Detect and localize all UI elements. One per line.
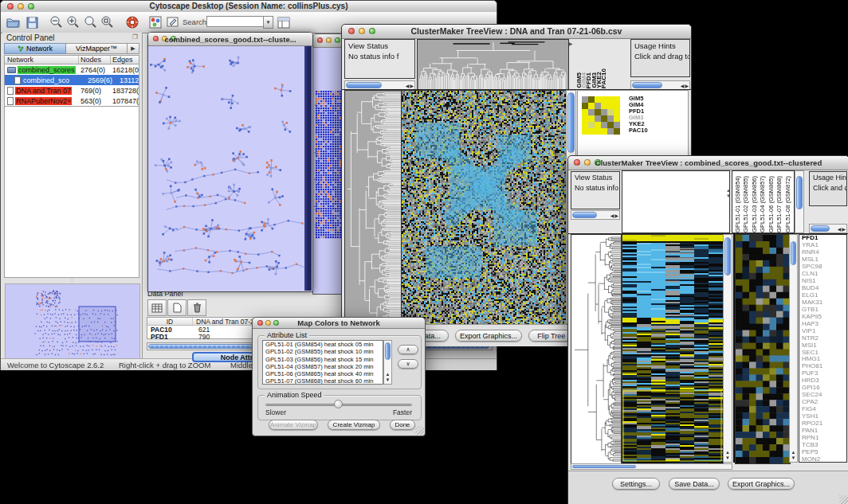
summary-cell[interactable] — [595, 122, 601, 128]
vscroll-thumb[interactable] — [724, 237, 731, 275]
search-input[interactable] — [206, 16, 264, 27]
gene-label[interactable]: MON2 — [799, 456, 846, 463]
vscroll-thumb[interactable] — [796, 176, 803, 209]
tv1-heatmap[interactable] — [401, 90, 567, 326]
summary-cell[interactable] — [614, 115, 620, 122]
animation-slider-thumb[interactable] — [334, 400, 343, 408]
gene-column-label[interactable]: PAC10 — [602, 68, 607, 88]
summary-cell[interactable] — [607, 96, 614, 103]
summary-cell[interactable] — [607, 115, 614, 122]
tv1-top-dendrogram[interactable] — [417, 39, 569, 90]
vizmapper-icon[interactable] — [147, 14, 163, 30]
summary-cell[interactable] — [588, 96, 595, 103]
attribute-item[interactable]: GPL51-01 (GSM854) heat shock 05 min — [263, 341, 383, 348]
create-vizmap-button[interactable]: Create Vizmap — [328, 420, 380, 430]
gene-row-label[interactable]: PAC10 — [629, 127, 648, 134]
vscroll-arrows[interactable]: ▲▼ — [790, 450, 797, 461]
hscroll-arrows[interactable]: ◀▶ — [610, 211, 618, 219]
summary-cell[interactable] — [595, 115, 601, 122]
tab-network[interactable]: Network — [4, 43, 66, 54]
tab-overflow-arrow[interactable]: ▶ — [128, 43, 139, 54]
tv2-label-arrows-icon[interactable]: ▲▼ — [726, 188, 731, 199]
hscroll-thumb[interactable] — [572, 212, 597, 218]
birdseye-view[interactable] — [5, 283, 140, 359]
zoom-in-icon[interactable] — [65, 14, 81, 30]
summary-cell[interactable] — [614, 109, 620, 115]
hscroll-thumb[interactable] — [346, 82, 382, 88]
summary-cell[interactable] — [607, 103, 614, 109]
table-view-icon[interactable] — [147, 299, 167, 316]
summary-cell[interactable] — [607, 109, 614, 115]
panel-divider-handle[interactable]: ⋮ — [4, 278, 139, 283]
summary-cell[interactable] — [614, 103, 620, 109]
network-canvas[interactable] — [149, 46, 304, 291]
summary-cell[interactable] — [582, 109, 588, 115]
tv2-left-dendrogram[interactable] — [571, 234, 622, 464]
summary-cell[interactable] — [614, 96, 620, 103]
network-row[interactable]: combined_sco2569(6)13112(15) — [5, 75, 139, 85]
summary-cell[interactable] — [582, 103, 588, 109]
array-column-label[interactable]: GPL51-06 (GSM865) — [768, 176, 776, 232]
attribute-item[interactable]: GPL51-03 (GSM856) heat shock 15 min — [263, 356, 383, 363]
tv2-status-hscrollbar[interactable]: ◀▶ — [571, 210, 620, 220]
hscroll-thumb[interactable] — [632, 82, 662, 88]
summary-cell[interactable] — [595, 128, 601, 135]
save-icon[interactable] — [24, 14, 40, 30]
summary-cell[interactable] — [582, 96, 588, 103]
animate-vizmap-button[interactable]: Animate Vizmap — [269, 420, 318, 430]
tv2-hints-hscrollbar[interactable]: ◀▶ — [809, 224, 847, 233]
network-list[interactable]: combined_scores2764(0)16218(0)combined_s… — [4, 64, 139, 107]
resize-grip[interactable] — [839, 495, 848, 504]
network-row[interactable]: DNA and Tran 07769(0)183728(0) — [5, 85, 139, 96]
float-panel-icon[interactable]: ❐ — [132, 33, 138, 41]
settings-button[interactable]: Settings... — [612, 478, 660, 490]
array-column-label[interactable]: GPL51-04 (GSM857) — [759, 176, 768, 232]
grid-network-canvas[interactable] — [314, 48, 343, 293]
tv1-summary-heatmap[interactable] — [582, 96, 620, 135]
summary-cell[interactable] — [601, 96, 607, 103]
table-icon[interactable] — [276, 14, 292, 30]
vscroll-thumb[interactable] — [385, 342, 391, 360]
array-column-label[interactable]: GPL51-01 (GSM854) — [734, 176, 743, 232]
minimize-button[interactable] — [326, 37, 332, 43]
tv1-column-labels[interactable]: GIM5GIM4PFD1GIM3YKE2PAC10 — [577, 39, 610, 88]
attribute-item[interactable]: GPL51-04 (GSM857) heat shock 20 min — [263, 363, 383, 370]
trash-icon[interactable] — [187, 299, 206, 316]
move-up-button[interactable]: ∧ — [398, 345, 418, 354]
summary-cell[interactable] — [588, 115, 595, 122]
vscroll-thumb[interactable] — [567, 92, 575, 153]
summary-cell[interactable] — [595, 103, 601, 109]
close-button[interactable] — [317, 37, 323, 43]
help-lifering-icon[interactable] — [124, 14, 140, 30]
tv2-top-dendrogram-area[interactable] — [622, 170, 730, 233]
summary-cell[interactable] — [582, 128, 588, 135]
tv1-row-labels[interactable]: GIM5GIM4PFD1GIM3YKE2PAC10 — [629, 96, 648, 134]
summary-cell[interactable] — [588, 122, 595, 128]
summary-cell[interactable] — [601, 122, 607, 128]
new-document-icon[interactable] — [167, 299, 186, 316]
tv2-gene-list[interactable]: PFD1YRA1RNR4MSL1SPC98CLN1NIS1BUD4ELG1MAK… — [799, 234, 847, 463]
vscroll-arrows[interactable]: ▲▼ — [384, 372, 391, 383]
tab-vizmapper[interactable]: VizMapper™ — [66, 43, 128, 54]
zoom-out-icon[interactable] — [49, 14, 65, 30]
tv2-bottom-hscrollbar[interactable] — [571, 463, 732, 470]
dialog-title-bar[interactable]: Map Colors to Network — [253, 318, 425, 329]
array-column-label[interactable]: GPL51-08 (GSM872) — [784, 176, 793, 232]
summary-cell[interactable] — [588, 103, 595, 109]
export-graphics-button[interactable]: Export Graphics... — [455, 330, 522, 342]
summary-cell[interactable] — [588, 128, 595, 135]
network-table-header[interactable]: Network Nodes Edges — [4, 55, 139, 64]
summary-cell[interactable] — [601, 128, 607, 135]
summary-cell[interactable] — [582, 122, 588, 128]
tv1-title-bar[interactable]: ClusterMaker TreeView : DNA and Tran 07-… — [342, 25, 691, 39]
save-data-button[interactable]: Save Data... — [669, 478, 720, 490]
array-column-label[interactable]: GPL51-02 (GSM855) — [742, 176, 751, 232]
summary-cell[interactable] — [588, 109, 595, 115]
network-title-bar[interactable]: combined_scores_good.txt--cluste... — [148, 33, 312, 46]
hscroll-arrows[interactable]: ◀▶ — [406, 81, 414, 89]
zoom-fit-icon[interactable] — [83, 14, 99, 30]
attribute-item[interactable]: GPL51-07 (GSM868) heat shock 60 min — [263, 377, 383, 385]
hscroll-arrows[interactable]: ◀▶ — [681, 81, 689, 89]
summary-cell[interactable] — [607, 122, 614, 128]
summary-cell[interactable] — [614, 122, 620, 128]
